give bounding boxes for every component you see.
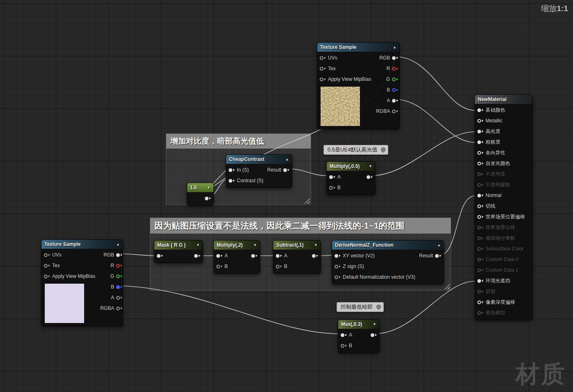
emissive-pin-icon[interactable]	[477, 162, 484, 165]
node-header[interactable]: NewMaterial	[475, 95, 532, 104]
uvs-input-pin-icon[interactable]	[320, 56, 326, 60]
rgba-output-pin-icon[interactable]	[392, 110, 398, 113]
node-header[interactable]: Texture Sample ▲	[41, 240, 123, 249]
expand-arrow-icon[interactable]: ▼	[369, 164, 372, 168]
rgba-output-pin-icon[interactable]	[116, 307, 122, 310]
collapse-arrow-icon[interactable]: ▲	[285, 157, 289, 161]
result-output-pin-icon[interactable]	[435, 254, 441, 258]
node-max[interactable]: Max(,0.3) ▼ A B	[338, 319, 380, 353]
result-output-pin-icon[interactable]	[371, 333, 377, 337]
b-output-pin-icon[interactable]	[116, 285, 122, 289]
a-output-pin-icon[interactable]	[392, 99, 398, 103]
tangent-pin-icon[interactable]	[477, 204, 484, 208]
roughness-pin-icon[interactable]	[477, 140, 484, 144]
ambient-occlusion-pin-icon[interactable]	[477, 279, 484, 283]
pixel-depth-offset-pin-icon[interactable]	[477, 300, 484, 304]
subsurface-color-pin-icon[interactable]	[477, 247, 484, 251]
a-input-pin-icon[interactable]	[329, 175, 335, 179]
metallic-pin-icon[interactable]	[477, 119, 484, 123]
tex-input-pin-icon[interactable]	[44, 264, 50, 268]
node-multiply-two[interactable]: Multiply(,2) ▼ A B	[213, 240, 260, 274]
node-header[interactable]: Multiply(,0.5) ▼	[327, 162, 375, 171]
material-graph-canvas[interactable]: 增加对比度，暗部高光值低 因为贴图压缩设置不是法线，因此乘二减一得到法线的-1~…	[0, 0, 573, 392]
a-input-pin-icon[interactable]	[341, 333, 347, 337]
node-subtract-one[interactable]: Subtract(,1) ▼ A B	[273, 240, 321, 274]
collapse-arrow-icon[interactable]: ▲	[116, 242, 120, 246]
node-header[interactable]: Texture Sample ▲	[317, 43, 399, 52]
b-output-pin-icon[interactable]	[392, 88, 398, 92]
node-texture-sample-bottom[interactable]: Texture Sample ▲ UVs Tex Apply View MipB…	[41, 239, 123, 326]
output-pin-icon[interactable]	[194, 254, 200, 258]
expand-arrow-icon[interactable]: ▼	[196, 243, 200, 247]
input-pin-icon[interactable]	[157, 254, 163, 258]
node-derive-normalz-function[interactable]: DeriveNormalZ_Function ▲ XY vector (V2) …	[332, 240, 444, 284]
b-input-pin-icon[interactable]	[216, 265, 222, 268]
node-header[interactable]: 1.5 ▼	[187, 183, 213, 192]
opacity-pin-icon[interactable]	[477, 172, 484, 176]
node-header[interactable]: DeriveNormalZ_Function ▲	[332, 241, 444, 250]
contrast-input-pin-icon[interactable]	[229, 179, 235, 183]
a-input-pin-icon[interactable]	[216, 254, 222, 258]
resize-handle-icon[interactable]	[445, 284, 450, 289]
pushpin-icon[interactable]	[380, 147, 387, 153]
world-position-offset-pin-icon[interactable]	[477, 215, 484, 219]
b-input-pin-icon[interactable]	[276, 265, 282, 268]
comment-bubble-specular[interactable]: 0.5是UE4默认高光值	[323, 145, 388, 155]
normal-pin-icon[interactable]	[477, 194, 484, 197]
custom-data-1-pin-icon[interactable]	[477, 268, 484, 272]
node-multiply-half[interactable]: Multiply(,0.5) ▼ A B	[326, 161, 376, 195]
result-output-pin-icon[interactable]	[312, 254, 318, 258]
mipbias-input-pin-icon[interactable]	[44, 275, 50, 278]
g-output-pin-icon[interactable]	[116, 275, 122, 278]
expand-arrow-icon[interactable]: ▼	[373, 322, 376, 326]
anisotropy-pin-icon[interactable]	[477, 151, 484, 155]
result-output-pin-icon[interactable]	[251, 254, 257, 258]
result-output-pin-icon[interactable]	[367, 175, 373, 179]
in-signal-pin-icon[interactable]	[229, 168, 235, 172]
node-mask-rg[interactable]: Mask ( R G ) ▼	[154, 240, 203, 263]
mipbias-input-pin-icon[interactable]	[320, 78, 326, 81]
result-output-pin-icon[interactable]	[283, 168, 289, 172]
expand-arrow-icon[interactable]: ▼	[253, 243, 257, 247]
r-output-pin-icon[interactable]	[392, 67, 398, 71]
specular-pin-icon[interactable]	[477, 130, 484, 133]
comment-bubble-ao[interactable]: 控制最低暗部	[337, 302, 384, 312]
comment-title[interactable]: 因为贴图压缩设置不是法线，因此乘二减一得到法线的-1~1的范围	[150, 218, 451, 234]
node-header[interactable]: Multiply(,2) ▼	[214, 241, 260, 250]
expand-arrow-icon[interactable]: ▼	[207, 186, 211, 190]
node-cheapcontrast[interactable]: CheapContrast ▲ In (S) Result Contrast (…	[226, 154, 292, 188]
collapse-arrow-icon[interactable]: ▲	[393, 45, 397, 49]
node-constant-1-5[interactable]: 1.5 ▼	[187, 183, 214, 206]
node-header[interactable]: Mask ( R G ) ▼	[154, 241, 203, 250]
xy-vector-input-pin-icon[interactable]	[335, 254, 341, 258]
pushpin-icon[interactable]	[376, 304, 382, 310]
base-color-pin-icon[interactable]	[477, 108, 484, 112]
g-output-pin-icon[interactable]	[392, 78, 398, 81]
default-normalization-input-pin-icon[interactable]	[335, 275, 341, 279]
shading-model-pin-icon[interactable]	[477, 311, 484, 315]
a-output-pin-icon[interactable]	[116, 296, 122, 300]
rgb-output-pin-icon[interactable]	[392, 56, 398, 60]
resize-handle-icon[interactable]	[305, 198, 310, 204]
b-input-pin-icon[interactable]	[341, 344, 347, 348]
collapse-arrow-icon[interactable]: ▲	[437, 243, 441, 247]
uvs-input-pin-icon[interactable]	[44, 253, 50, 257]
value-output-pin-icon[interactable]	[205, 197, 211, 200]
node-header[interactable]: Subtract(,1) ▼	[273, 241, 321, 250]
refraction-pin-icon[interactable]	[477, 290, 484, 293]
opacity-mask-pin-icon[interactable]	[477, 183, 484, 187]
tessellation-multiplier-pin-icon[interactable]	[477, 236, 484, 240]
node-texture-sample-top[interactable]: Texture Sample ▲ UVs Tex Apply View MipB…	[317, 42, 400, 129]
expand-arrow-icon[interactable]: ▼	[314, 243, 318, 247]
world-displacement-pin-icon[interactable]	[477, 226, 484, 229]
rgb-output-pin-icon[interactable]	[116, 253, 122, 257]
node-header[interactable]: CheapContrast ▲	[226, 155, 292, 164]
comment-title[interactable]: 增加对比度，暗部高光值低	[166, 134, 311, 149]
tex-input-pin-icon[interactable]	[320, 67, 326, 71]
node-header[interactable]: Max(,0.3) ▼	[338, 320, 379, 329]
r-output-pin-icon[interactable]	[116, 264, 122, 268]
custom-data-0-pin-icon[interactable]	[477, 258, 484, 261]
z-sign-input-pin-icon[interactable]	[335, 265, 341, 268]
a-input-pin-icon[interactable]	[276, 254, 282, 258]
node-new-material[interactable]: NewMaterial 基础颜色 Metallic 高光度 粗糙度 各向异性 自…	[474, 94, 533, 320]
